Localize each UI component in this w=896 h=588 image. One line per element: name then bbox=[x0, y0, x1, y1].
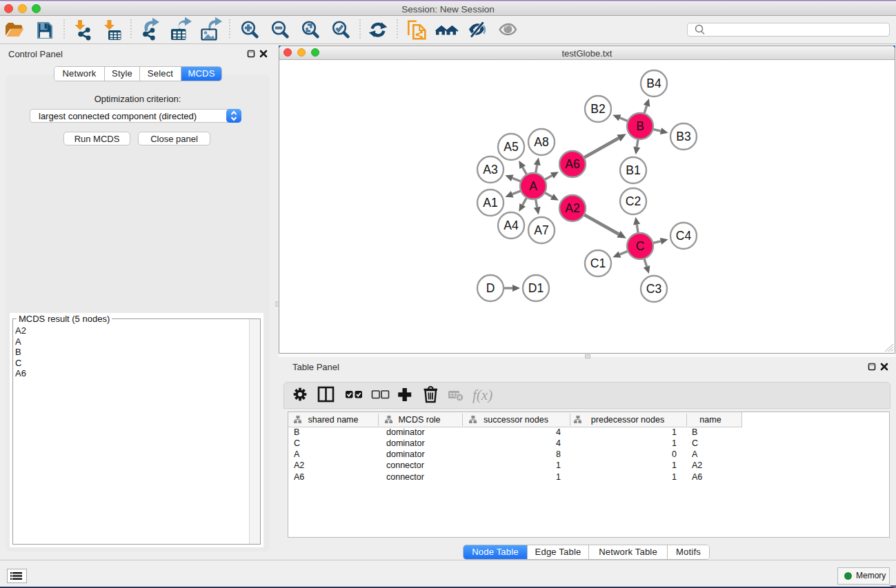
svg-text:A7: A7 bbox=[534, 223, 548, 237]
svg-text:A2: A2 bbox=[294, 460, 304, 470]
svg-text:C: C bbox=[692, 438, 698, 448]
svg-text:1: 1 bbox=[672, 427, 677, 437]
svg-text:A6: A6 bbox=[294, 472, 304, 482]
svg-text:1: 1 bbox=[556, 472, 561, 482]
svg-text:D: D bbox=[486, 281, 495, 295]
svg-text:C3: C3 bbox=[646, 282, 661, 296]
svg-text:D1: D1 bbox=[528, 281, 544, 295]
svg-text:A: A bbox=[692, 449, 698, 459]
svg-text:successor nodes: successor nodes bbox=[484, 415, 548, 425]
svg-text:0: 0 bbox=[672, 449, 677, 459]
svg-text:8: 8 bbox=[556, 449, 561, 459]
svg-text:dominator: dominator bbox=[386, 438, 425, 448]
svg-text:connector: connector bbox=[386, 472, 424, 482]
svg-text:B3: B3 bbox=[676, 130, 690, 143]
svg-text:A: A bbox=[294, 449, 300, 459]
svg-text:MCDS role: MCDS role bbox=[398, 415, 440, 425]
svg-text:name: name bbox=[699, 415, 721, 425]
svg-text:C: C bbox=[294, 438, 300, 448]
svg-text:A6: A6 bbox=[565, 157, 579, 171]
svg-text:A2: A2 bbox=[692, 460, 702, 470]
svg-text:4: 4 bbox=[556, 438, 561, 448]
svg-text:B1: B1 bbox=[626, 163, 640, 177]
svg-text:1: 1 bbox=[672, 460, 677, 470]
svg-text:A5: A5 bbox=[504, 140, 518, 154]
svg-text:C1: C1 bbox=[590, 256, 606, 270]
svg-text:B: B bbox=[692, 427, 697, 437]
svg-text:A1: A1 bbox=[483, 196, 497, 210]
svg-text:C: C bbox=[636, 239, 645, 253]
svg-text:A2: A2 bbox=[565, 201, 579, 215]
svg-text:A3: A3 bbox=[483, 163, 497, 176]
svg-text:A4: A4 bbox=[504, 219, 519, 232]
svg-text:B2: B2 bbox=[590, 102, 605, 116]
svg-text:1: 1 bbox=[672, 438, 677, 448]
svg-text:C2: C2 bbox=[626, 194, 641, 208]
svg-text:connector: connector bbox=[386, 460, 424, 470]
svg-text:4: 4 bbox=[556, 427, 561, 437]
svg-text:dominator: dominator bbox=[386, 449, 425, 459]
svg-text:1: 1 bbox=[556, 460, 561, 470]
svg-text:B4: B4 bbox=[646, 77, 661, 90]
svg-text:f(x): f(x) bbox=[472, 387, 492, 403]
svg-text:C4: C4 bbox=[676, 229, 692, 243]
svg-text:B: B bbox=[294, 427, 299, 437]
svg-text:A6: A6 bbox=[692, 472, 702, 482]
svg-text:predecessor nodes: predecessor nodes bbox=[591, 415, 664, 425]
svg-text:A: A bbox=[529, 179, 537, 193]
svg-text:shared name: shared name bbox=[308, 415, 359, 425]
svg-text:1: 1 bbox=[672, 472, 677, 482]
svg-text:A8: A8 bbox=[534, 135, 548, 149]
svg-text:B: B bbox=[636, 119, 644, 133]
svg-text:dominator: dominator bbox=[386, 427, 425, 437]
